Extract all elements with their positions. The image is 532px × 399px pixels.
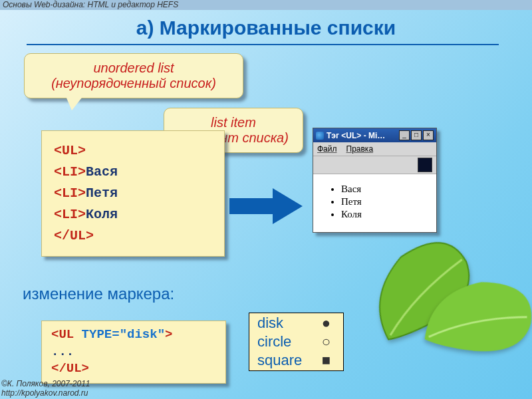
title-rule <box>27 44 499 45</box>
type-name: disk <box>251 315 309 332</box>
close-button[interactable]: × <box>423 130 434 140</box>
callout-line: unordered list <box>34 61 233 76</box>
type-symbol: ● <box>310 315 342 332</box>
table-row: disk ● <box>251 315 342 332</box>
code-attr-value: "disk" <box>120 327 165 342</box>
type-name: square <box>251 352 309 369</box>
menu-edit[interactable]: Правка <box>346 144 374 154</box>
list-item: Петя <box>341 196 427 207</box>
callout-line: list item <box>174 115 293 130</box>
footer: ©К. Поляков, 2007-2011 http://kpolyakov.… <box>1 379 90 398</box>
table-row: square ■ <box>251 352 342 369</box>
browser-menu: Файл Правка <box>313 142 436 156</box>
browser-titlebar: Тэг <UL> - Mi… _ □ × <box>313 128 436 142</box>
code-example-ul-type: <UL TYPE="disk"> ... </UL> <box>41 321 226 384</box>
callout-unordered-list: unordered list (неупорядоченный список) <box>24 53 243 98</box>
marker-type-table: disk ● circle ○ square ■ <box>249 313 344 371</box>
browser-title-text: Тэг <UL> - Mi… <box>327 131 385 140</box>
code-tag: <LI> <box>54 186 86 201</box>
list-item: Вася <box>341 184 427 195</box>
browser-body: Вася Петя Коля <box>313 174 436 232</box>
browser-preview-window: Тэг <UL> - Mi… _ □ × Файл Правка Вася Пе… <box>313 128 437 233</box>
type-symbol: ■ <box>310 352 342 369</box>
browser-logo-icon <box>418 158 432 172</box>
footer-url: http://kpolyakov.narod.ru <box>1 388 90 398</box>
list-item: Коля <box>341 209 427 220</box>
slide-title: а) Маркированные списки <box>0 17 532 39</box>
minimize-button[interactable]: _ <box>399 130 410 140</box>
code-tag: </UL> <box>51 361 89 376</box>
browser-app-icon <box>316 132 324 140</box>
browser-toolbar <box>313 156 436 174</box>
code-text: Вася <box>86 164 118 180</box>
code-tag: <UL> <box>54 143 86 158</box>
code-tag: <LI> <box>54 164 86 180</box>
code-tag: > <box>165 327 172 342</box>
footer-copyright: ©К. Поляков, 2007-2011 <box>1 379 90 388</box>
code-tag: <UL <box>51 327 74 342</box>
marker-change-label: изменение маркера: <box>23 285 174 303</box>
maximize-button[interactable]: □ <box>411 130 422 140</box>
code-tag: <LI> <box>54 207 86 222</box>
arrow-icon <box>226 186 306 226</box>
table-row: circle ○ <box>251 333 342 350</box>
callout-line: (неупорядоченный список) <box>34 76 233 91</box>
header-bar: Основы Web-дизайна: HTML и редактор HEFS <box>0 0 532 10</box>
code-attr: TYPE= <box>74 327 119 342</box>
code-example-ul: <UL> <LI>Вася <LI>Петя <LI>Коля </UL> <box>41 130 225 257</box>
type-name: circle <box>251 333 309 350</box>
type-symbol: ○ <box>310 333 342 350</box>
code-text: Петя <box>86 186 118 201</box>
code-text: ... <box>51 344 216 361</box>
menu-file[interactable]: Файл <box>317 144 337 154</box>
code-tag: </UL> <box>54 228 94 243</box>
code-text: Коля <box>86 207 118 222</box>
